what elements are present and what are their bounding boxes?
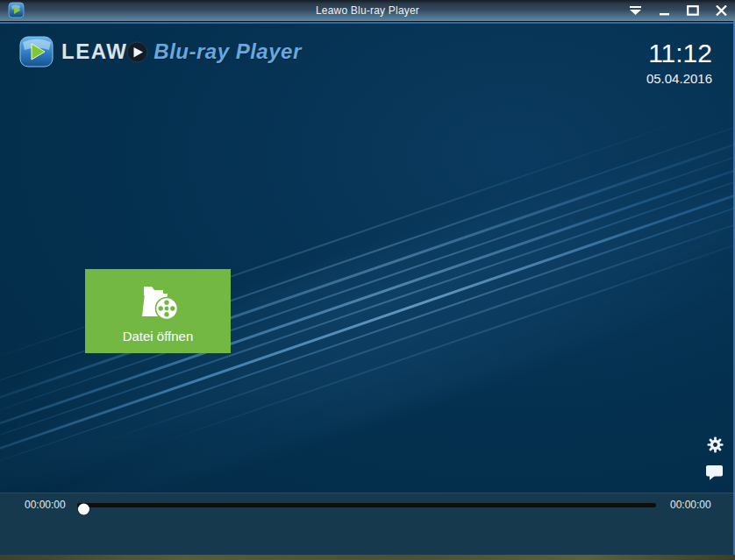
clock-time: 11:12 [646,39,712,67]
menu-chevron-icon [629,6,642,15]
control-bar: 00:00:00 00:00:00 [0,493,735,555]
seek-handle[interactable] [78,503,89,514]
clock: 11:12 05.04.2016 [646,39,712,86]
app-logo: LEAW Blu-ray Player [19,35,302,68]
close-icon [716,5,727,16]
elapsed-time: 00:00:00 [25,499,66,511]
open-file-button[interactable]: Datei öffnen [85,269,231,353]
logo-product-name: Blu-ray Player [153,39,301,64]
clock-date: 05.04.2016 [646,71,712,86]
seek-track [77,503,656,507]
window-title: Leawo Blu-ray Player [0,4,735,17]
titlebar[interactable]: Leawo Blu-ray Player [0,0,735,21]
leawo-logo-icon [19,35,54,68]
total-time: 00:00:00 [670,499,711,511]
background-streaks [0,24,735,493]
close-button[interactable] [713,4,730,18]
open-file-label: Datei öffnen [123,329,194,344]
leawo-o-icon [126,41,148,63]
maximize-icon [687,5,699,16]
window-controls [626,0,730,21]
main-area: LEAW Blu-ray Player 11:12 05.04.2016 [0,24,735,493]
desktop-edge [0,555,735,560]
settings-button[interactable] [707,436,724,456]
menu-button[interactable] [626,4,645,17]
logo-wordmark: LEAW [61,39,127,64]
speech-bubble-icon [705,464,724,480]
maximize-button[interactable] [684,4,702,18]
minimize-icon [659,5,670,16]
minimize-button[interactable] [656,4,673,18]
feedback-button[interactable] [705,464,724,483]
seek-slider[interactable] [77,500,656,511]
app-window: Leawo Blu-ray Player [0,0,735,560]
open-file-icon [133,283,182,322]
gear-icon [707,436,724,453]
